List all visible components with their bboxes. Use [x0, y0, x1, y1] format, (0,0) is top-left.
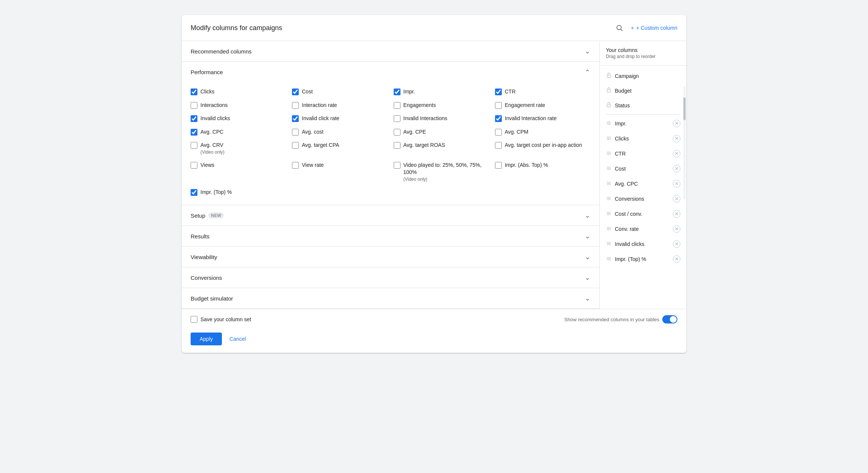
remove-item-button-ctr[interactable]: ✕ — [673, 150, 680, 157]
setup-header[interactable]: Setup NEW ⌄ — [182, 205, 599, 226]
checkbox-avg_target_cost_per_in_app[interactable] — [495, 142, 502, 149]
checkbox-interaction_rate[interactable] — [292, 102, 299, 109]
perf-col-cost[interactable]: Cost — [289, 85, 390, 99]
checkbox-invalid_clicks[interactable] — [191, 115, 197, 122]
footer-left: Save your column set — [191, 316, 251, 323]
setup-badge: NEW — [208, 212, 224, 218]
checkbox-impr_top[interactable] — [191, 189, 197, 196]
checkbox-views[interactable] — [191, 162, 197, 169]
remove-item-button-avg_cpc[interactable]: ✕ — [673, 180, 680, 188]
cancel-button[interactable]: Cancel — [225, 333, 251, 345]
remove-item-button-cost_conv[interactable]: ✕ — [673, 210, 680, 218]
checkbox-invalid_interactions[interactable] — [394, 115, 400, 122]
perf-col-avg_cpe[interactable]: Avg. CPE — [391, 125, 492, 139]
svg-rect-14 — [607, 167, 611, 167]
checkbox-invalid_click_rate[interactable] — [292, 115, 299, 122]
show-recommended-toggle[interactable] — [662, 315, 677, 323]
budget-simulator-header[interactable]: Budget simulator ⌄ — [182, 288, 599, 308]
conversions-header-left: Conversions — [191, 275, 222, 281]
remove-item-button-impr_top[interactable]: ✕ — [673, 255, 680, 263]
checkbox-invalid_interaction_rate[interactable] — [495, 115, 502, 122]
svg-rect-21 — [607, 198, 611, 198]
checkbox-avg_cost[interactable] — [292, 129, 299, 136]
checkbox-avg_cpm[interactable] — [495, 129, 502, 136]
search-button[interactable] — [614, 23, 625, 33]
draggable-item-cost[interactable]: Cost✕ — [600, 161, 686, 176]
perf-col-views[interactable]: Views — [188, 159, 289, 186]
perf-col-engagements[interactable]: Engagements — [391, 99, 492, 112]
perf-col-avg_target_cpa[interactable]: Avg. target CPA — [289, 139, 390, 158]
perf-col-invalid_interactions[interactable]: Invalid Interactions — [391, 112, 492, 125]
perf-col-invalid_interaction_rate[interactable]: Invalid Interaction rate — [492, 112, 593, 125]
conversions-header[interactable]: Conversions ⌄ — [182, 267, 599, 288]
remove-item-button-conv_rate[interactable]: ✕ — [673, 225, 680, 233]
draggable-item-avg_cpc[interactable]: Avg. CPC✕ — [600, 176, 686, 191]
draggable-item-conv_rate[interactable]: Conv. rate✕ — [600, 221, 686, 236]
perf-col-interaction_rate[interactable]: Interaction rate — [289, 99, 390, 112]
custom-column-button[interactable]: + + Custom column — [631, 25, 677, 31]
remove-item-button-clicks[interactable]: ✕ — [673, 135, 680, 142]
remove-item-button-conversions[interactable]: ✕ — [673, 195, 680, 203]
perf-col-invalid_clicks[interactable]: Invalid clicks — [188, 112, 289, 125]
perf-col-ctr[interactable]: CTR — [492, 85, 593, 99]
checkbox-avg_crv[interactable] — [191, 142, 197, 149]
perf-col-avg_crv[interactable]: Avg. CRV(Video only) — [188, 139, 289, 158]
perf-col-engagement_rate[interactable]: Engagement rate — [492, 99, 593, 112]
checkbox-interactions[interactable] — [191, 102, 197, 109]
perf-col-avg_cpm[interactable]: Avg. CPM — [492, 125, 593, 139]
checkbox-video_played[interactable] — [394, 162, 400, 169]
checkbox-avg_cpe[interactable] — [394, 129, 400, 136]
remove-item-button-cost[interactable]: ✕ — [673, 165, 680, 172]
budget-simulator-title: Budget simulator — [191, 295, 233, 302]
apply-button[interactable]: Apply — [191, 333, 222, 345]
perf-col-avg_target_cost_per_in_app[interactable]: Avg. target cost per in-app action — [492, 139, 593, 158]
checkbox-engagements[interactable] — [394, 102, 400, 109]
remove-item-button-impr[interactable]: ✕ — [673, 120, 680, 127]
draggable-item-clicks[interactable]: Clicks✕ — [600, 131, 686, 146]
checkbox-cost[interactable] — [292, 88, 299, 95]
remove-item-button-invalid_clicks[interactable]: ✕ — [673, 240, 680, 248]
checkbox-avg_target_cpa[interactable] — [292, 142, 299, 149]
draggable-item-invalid_clicks[interactable]: Invalid clicks✕ — [600, 236, 686, 252]
toggle-slider — [662, 315, 677, 323]
checkbox-clicks[interactable] — [191, 88, 197, 95]
perf-col-avg_cost[interactable]: Avg. cost — [289, 125, 390, 139]
perf-col-invalid_click_rate[interactable]: Invalid click rate — [289, 112, 390, 125]
label-invalid_interactions: Invalid Interactions — [403, 115, 448, 122]
checkbox-impr_abs_top[interactable] — [495, 162, 502, 169]
perf-col-impr_top[interactable]: Impr. (Top) % — [188, 186, 289, 199]
conversions-chevron-icon: ⌄ — [585, 273, 590, 282]
checkbox-avg_cpc[interactable] — [191, 129, 197, 136]
perf-col-video_played[interactable]: Video played to: 25%, 50%, 75%, 100%(Vid… — [391, 159, 492, 186]
locked-item-label-budget: Budget — [615, 88, 680, 94]
viewability-header[interactable]: Viewability ⌄ — [182, 247, 599, 267]
draggable-item-impr[interactable]: Impr.✕ — [600, 116, 686, 131]
recommended-columns-header[interactable]: Recommended columns ⌄ — [182, 41, 599, 61]
results-header[interactable]: Results ⌄ — [182, 226, 599, 246]
label-clicks: Clicks — [200, 88, 214, 96]
perf-col-clicks[interactable]: Clicks — [188, 85, 289, 99]
drag-handle-icon — [606, 241, 612, 248]
perf-col-impr[interactable]: Impr. — [391, 85, 492, 99]
perf-col-avg_target_roas[interactable]: Avg. target ROAS — [391, 139, 492, 158]
draggable-item-conversions[interactable]: Conversions✕ — [600, 191, 686, 206]
save-column-set-checkbox[interactable] — [191, 316, 197, 323]
perf-col-view_rate[interactable]: View rate — [289, 159, 390, 186]
performance-header[interactable]: Performance ⌄ — [182, 62, 599, 82]
perf-col-impr_abs_top[interactable]: Impr. (Abs. Top) % — [492, 159, 593, 186]
label-avg_cpe: Avg. CPE — [403, 128, 426, 136]
modal-overlay: Modify columns for campaigns + + Custom … — [0, 0, 868, 473]
checkbox-ctr[interactable] — [495, 88, 502, 95]
drag-handle-icon — [606, 150, 612, 157]
draggable-item-ctr[interactable]: CTR✕ — [600, 146, 686, 161]
draggable-item-impr_top[interactable]: Impr. (Top) %✕ — [600, 252, 686, 267]
checkbox-avg_target_roas[interactable] — [394, 142, 400, 149]
perf-col-interactions[interactable]: Interactions — [188, 99, 289, 112]
save-column-set-label[interactable]: Save your column set — [191, 316, 251, 323]
checkbox-engagement_rate[interactable] — [495, 102, 502, 109]
checkbox-impr[interactable] — [394, 88, 400, 95]
label-interactions: Interactions — [200, 102, 228, 109]
draggable-item-cost_conv[interactable]: Cost / conv.✕ — [600, 206, 686, 221]
checkbox-view_rate[interactable] — [292, 162, 299, 169]
perf-col-avg_cpc[interactable]: Avg. CPC — [188, 125, 289, 139]
